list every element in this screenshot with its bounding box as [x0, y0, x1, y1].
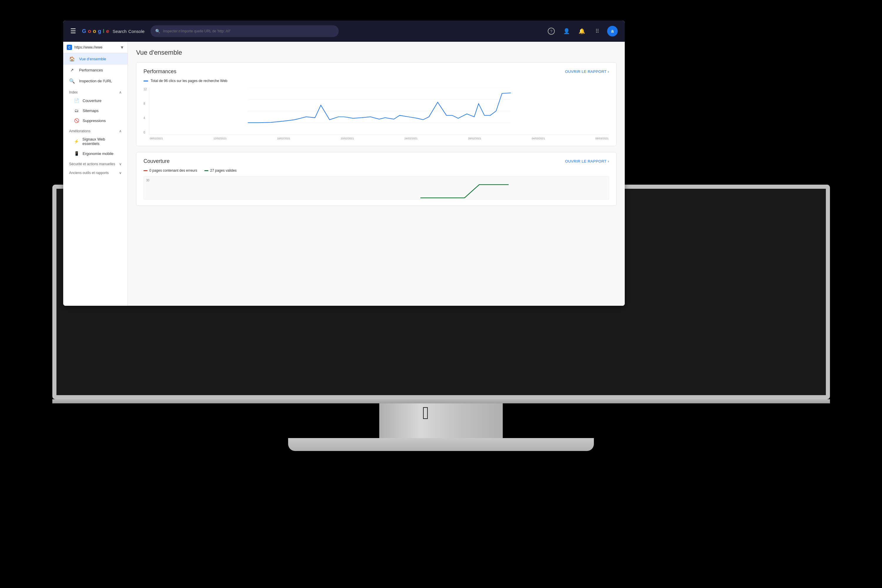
- cov-valid-line: [420, 184, 508, 198]
- search-input[interactable]: [163, 29, 334, 33]
- sidebar-section-index-label: Index: [69, 90, 78, 94]
- accounts-icon: 👤: [563, 28, 570, 34]
- help-icon: ?: [548, 28, 555, 35]
- help-button[interactable]: ?: [546, 26, 556, 36]
- sidebar-section-index[interactable]: Index ∧: [63, 87, 128, 96]
- sidebar-label-suppressions: Suppressions: [82, 118, 106, 123]
- chevron-down-icon-2: ∨: [119, 162, 122, 166]
- couverture-icon: 📄: [74, 98, 79, 103]
- browser-content: C https://www.//wwe ▼ 🏠 Vue d'ensemble ↗…: [63, 42, 625, 306]
- sidebar-label-signaux: Signaux Web essentiels: [82, 137, 122, 146]
- couverture-title: Couverture: [144, 158, 170, 164]
- x-label-7: 04/03/2021: [531, 137, 545, 140]
- y-label-8: 8: [144, 102, 147, 105]
- grid-icon: ⠿: [596, 28, 599, 34]
- sidebar-label-vue-ensemble: Vue d'ensemble: [79, 57, 106, 61]
- sidebar-item-suppressions[interactable]: 🚫 Suppressions: [63, 116, 128, 126]
- url-search-bar[interactable]: 🔍: [150, 25, 339, 37]
- sidebar-section-anciens-label: Anciens outils et rapports: [69, 171, 109, 175]
- errors-dot: [144, 170, 148, 171]
- performances-card-header: Performances OUVRIR LE RAPPORT ›: [144, 69, 609, 75]
- couverture-link-label: OUVRIR LE RAPPORT: [565, 159, 606, 164]
- browser-window: ☰ Google Search Console 🔍 ? 👤 🔔 ⠿ a: [63, 21, 625, 306]
- performances-card: Performances OUVRIR LE RAPPORT › Total d…: [136, 62, 616, 146]
- sidebar: C https://www.//wwe ▼ 🏠 Vue d'ensemble ↗…: [63, 42, 128, 306]
- sidebar-section-ameliorations[interactable]: Améliorations ∧: [63, 126, 128, 134]
- sidebar-label-inspection-url: Inspection de l'URL: [79, 79, 112, 83]
- perf-chart-line: [248, 93, 511, 123]
- page-title: Vue d'ensemble: [136, 49, 616, 57]
- sidebar-item-sitemaps[interactable]: 🗂 Sitemaps: [63, 105, 128, 116]
- home-icon: 🏠: [69, 56, 75, 62]
- sidebar-section-anciens[interactable]: Anciens outils et rapports ∨: [63, 167, 128, 176]
- x-axis: 08/02/2021 12/02/2021 16/02/2021 20/02/2…: [149, 137, 609, 140]
- chart-svg: [149, 88, 609, 135]
- sidebar-section-securite-label: Sécurité et actions manuelles: [69, 162, 115, 166]
- x-label-3: 16/02/2021: [277, 137, 290, 140]
- apps-button[interactable]: ⠿: [592, 26, 602, 36]
- search-icon: 🔍: [155, 29, 160, 33]
- performances-report-link[interactable]: OUVRIR LE RAPPORT ›: [565, 69, 609, 74]
- y-label-0: 0: [144, 131, 147, 134]
- chevron-down-icon-3: ∨: [119, 171, 122, 175]
- notifications-button[interactable]: 🔔: [576, 26, 587, 36]
- valid-dot: [204, 170, 208, 171]
- y-axis: 12 8 4 0: [144, 88, 149, 140]
- performances-title: Performances: [144, 69, 176, 75]
- signaux-icon: ⚡: [74, 139, 79, 144]
- sidebar-item-performances[interactable]: ↗ Performances: [63, 64, 128, 75]
- chevron-right-icon-2: ›: [608, 159, 609, 164]
- y-label-4: 4: [144, 116, 147, 120]
- x-label-1: 08/02/2021: [150, 137, 163, 140]
- sidebar-item-signaux-web[interactable]: ⚡ Signaux Web essentiels: [63, 134, 128, 148]
- user-avatar[interactable]: a: [607, 26, 618, 36]
- chevron-up-icon: ∧: [119, 90, 122, 94]
- coverage-chart: 30: [144, 176, 609, 200]
- sidebar-section-securite[interactable]: Sécurité et actions manuelles ∨: [63, 159, 128, 167]
- coverage-legends: 0 pages contenant des erreurs 27 pages v…: [144, 168, 609, 172]
- ergonomie-icon: 📱: [74, 151, 79, 156]
- x-label-2: 12/02/2021: [213, 137, 226, 140]
- topbar-actions: ? 👤 🔔 ⠿ a: [546, 26, 618, 36]
- sidebar-item-ergonomie[interactable]: 📱 Ergonomie mobile: [63, 148, 128, 159]
- property-selector[interactable]: C https://www.//wwe ▼: [63, 42, 128, 53]
- performances-link-label: OUVRIR LE RAPPORT: [565, 69, 606, 74]
- sidebar-item-couverture[interactable]: 📄 Couverture: [63, 96, 128, 105]
- topbar-console-name: Console: [129, 29, 145, 34]
- errors-label: 0 pages contenant des erreurs: [149, 168, 197, 172]
- apple-logo: : [423, 403, 429, 423]
- y-label-12: 12: [144, 88, 147, 91]
- cov-chart-svg: [144, 179, 609, 200]
- chart-icon: ↗: [69, 68, 75, 72]
- sidebar-label-sitemaps: Sitemaps: [82, 108, 99, 113]
- sidebar-item-inspection-url[interactable]: 🔍 Inspection de l'URL: [63, 75, 128, 87]
- app-logo: Google Search Console: [82, 28, 145, 34]
- main-content: Vue d'ensemble Performances OUVRIR LE RA…: [128, 42, 625, 306]
- performances-legend: Total de 96 clics sur les pages de reche…: [144, 79, 609, 83]
- sidebar-label-ergonomie: Ergonomie mobile: [82, 152, 114, 156]
- coverage-legend-errors: 0 pages contenant des erreurs: [144, 168, 197, 172]
- couverture-report-link[interactable]: OUVRIR LE RAPPORT ›: [565, 159, 609, 164]
- performances-chart: 08/02/2021 12/02/2021 16/02/2021 20/02/2…: [149, 88, 609, 140]
- coverage-legend-valid: 27 pages valides: [204, 168, 237, 172]
- x-label-6: 28/02/2021: [468, 137, 481, 140]
- chevron-down-icon: ▼: [120, 45, 124, 50]
- x-label-8: 08/03/2021: [596, 137, 609, 140]
- chevron-up-icon-2: ∧: [119, 129, 122, 133]
- bell-icon: 🔔: [579, 28, 585, 34]
- sidebar-label-performances: Performances: [79, 68, 103, 72]
- sidebar-label-couverture: Couverture: [82, 99, 101, 103]
- accounts-button[interactable]: 👤: [561, 26, 572, 36]
- sitemaps-icon: 🗂: [74, 108, 79, 113]
- topbar-product-name: Search: [112, 29, 127, 34]
- topbar: ☰ Google Search Console 🔍 ? 👤 🔔 ⠿ a: [63, 21, 625, 42]
- property-favicon: C: [67, 45, 72, 50]
- performances-legend-dot: [144, 81, 148, 81]
- couverture-card-header: Couverture OUVRIR LE RAPPORT ›: [144, 158, 609, 164]
- couverture-card: Couverture OUVRIR LE RAPPORT › 0 pages c…: [136, 152, 616, 206]
- sidebar-item-vue-ensemble[interactable]: 🏠 Vue d'ensemble: [63, 53, 128, 64]
- suppressions-icon: 🚫: [74, 118, 79, 123]
- x-label-5: 24/02/2021: [404, 137, 417, 140]
- chevron-right-icon: ›: [608, 69, 609, 74]
- menu-icon[interactable]: ☰: [70, 27, 76, 35]
